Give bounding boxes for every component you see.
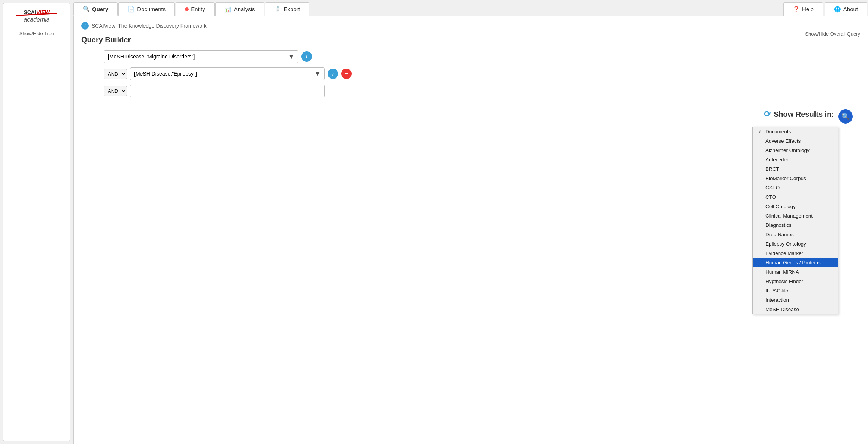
query-builder-title: Query Builder bbox=[81, 36, 860, 44]
dropdown-item-adverse-effects[interactable]: Adverse Effects bbox=[753, 136, 838, 146]
tab-help[interactable]: ❓ Help bbox=[783, 2, 823, 16]
dropdown-item-interaction[interactable]: Interaction bbox=[753, 295, 838, 305]
dropdown-item-human-genes-label: Human Genes / Proteins bbox=[765, 260, 821, 265]
search-button[interactable]: 🔍 bbox=[838, 109, 853, 124]
dropdown-item-cseo[interactable]: CSEO bbox=[753, 183, 838, 192]
tab-documents-label: Documents bbox=[137, 6, 166, 12]
query-input-container-2: ▼ bbox=[130, 67, 325, 80]
query-row-2: AND OR NOT ▼ i − bbox=[104, 67, 860, 80]
dropdown-item-adverse-label: Adverse Effects bbox=[765, 138, 801, 144]
dropdown-item-antecedent-label: Antecedent bbox=[765, 157, 791, 162]
results-area: ⟳ Show Results in: ✓ Documents Adverse E… bbox=[81, 109, 860, 124]
dropdown-item-brct[interactable]: BRCT bbox=[753, 164, 838, 174]
dropdown-item-diagnostics-label: Diagnostics bbox=[765, 222, 792, 228]
dropdown-item-human-genes[interactable]: Human Genes / Proteins bbox=[753, 258, 838, 267]
dropdown-item-evidence-marker[interactable]: Evidence Marker bbox=[753, 249, 838, 258]
logo-area: SCAIVIEW academia bbox=[6, 9, 67, 23]
query-remove-btn-2[interactable]: − bbox=[341, 69, 352, 79]
dropdown-item-antecedent[interactable]: Antecedent bbox=[753, 155, 838, 164]
dropdown-item-alzheimer-label: Alzheimer Ontology bbox=[765, 148, 810, 153]
check-mark-documents: ✓ bbox=[758, 129, 763, 134]
and-select-2[interactable]: AND OR NOT bbox=[104, 69, 127, 79]
and-label-3: AND OR NOT bbox=[104, 86, 127, 96]
dropdown-item-biomarker[interactable]: BioMarker Corpus bbox=[753, 174, 838, 183]
query-input-2[interactable] bbox=[130, 67, 325, 80]
query-input-container-1: ▼ bbox=[104, 50, 298, 63]
tab-help-label: Help bbox=[802, 6, 814, 12]
info-icon: i bbox=[81, 22, 89, 30]
dropdown-item-cto[interactable]: CTO bbox=[753, 192, 838, 202]
show-overall-query-button[interactable]: Show/Hide Overall Query bbox=[805, 31, 860, 37]
show-hide-tree-button[interactable]: Show/Hide Tree bbox=[19, 31, 54, 36]
query-input-container-3 bbox=[130, 85, 325, 97]
query-info-btn-2[interactable]: i bbox=[328, 69, 338, 79]
dropdown-item-diagnostics[interactable]: Diagnostics bbox=[753, 221, 838, 230]
export-icon: 📋 bbox=[274, 6, 282, 13]
tab-query-label: Query bbox=[92, 6, 108, 12]
tab-entity[interactable]: Entity bbox=[176, 2, 215, 16]
dropdown-item-drug-names[interactable]: Drug Names bbox=[753, 230, 838, 239]
dropdown-item-human-mirna[interactable]: Human MiRNA bbox=[753, 267, 838, 277]
analysis-icon: 📊 bbox=[225, 6, 232, 13]
dropdown-item-mesh-disease-label: MeSH Disease bbox=[765, 307, 799, 312]
dropdown-item-cseo-label: CSEO bbox=[765, 185, 780, 191]
tab-about[interactable]: 🌐 About bbox=[825, 2, 867, 16]
tab-documents[interactable]: 📄 Documents bbox=[118, 2, 175, 16]
dropdown-item-evidence-marker-label: Evidence Marker bbox=[765, 250, 803, 256]
tab-analysis-label: Analysis bbox=[234, 6, 255, 12]
query-row-3: AND OR NOT bbox=[104, 85, 860, 97]
show-results-label: ⟳ Show Results in: bbox=[764, 109, 834, 119]
and-label-2: AND OR NOT bbox=[104, 69, 127, 79]
show-results-text: Show Results in: bbox=[774, 110, 834, 119]
navbar-right: ❓ Help 🌐 About bbox=[783, 2, 868, 16]
query-rows: ▼ i − AND OR NOT bbox=[104, 50, 860, 97]
dropdown-item-interaction-label: Interaction bbox=[765, 297, 789, 303]
query-input-3[interactable] bbox=[130, 85, 325, 97]
tab-export-label: Export bbox=[284, 6, 300, 12]
dropdown-item-cto-label: CTO bbox=[765, 194, 776, 200]
documents-icon: 📄 bbox=[128, 6, 135, 13]
dropdown-item-hypthesis[interactable]: Hypthesis Finder bbox=[753, 277, 838, 286]
content-area: i SCAIView: The Knowledge Discovery Fram… bbox=[73, 16, 868, 444]
search-icon: 🔍 bbox=[841, 112, 850, 121]
tab-entity-label: Entity bbox=[191, 6, 205, 12]
dropdown-item-mesh-disease[interactable]: MeSH Disease bbox=[753, 305, 838, 314]
query-info-btn-1[interactable]: i bbox=[301, 51, 312, 62]
dropdown-item-drug-names-label: Drug Names bbox=[765, 232, 794, 237]
tab-export[interactable]: 📋 Export bbox=[265, 2, 309, 16]
and-select-3[interactable]: AND OR NOT bbox=[104, 86, 127, 96]
help-icon: ❓ bbox=[793, 6, 800, 13]
dropdown-item-cell-ontology-label: Cell Ontology bbox=[765, 204, 796, 209]
main-content: 🔍 Query 📄 Documents Entity 📊 Analysis 📋 … bbox=[73, 0, 868, 444]
results-dropdown-menu: ✓ Documents Adverse Effects Alzheimer On… bbox=[752, 127, 838, 314]
tab-query[interactable]: 🔍 Query bbox=[73, 2, 118, 16]
about-icon: 🌐 bbox=[834, 6, 841, 13]
query-row-1: ▼ i − bbox=[104, 50, 860, 63]
dropdown-item-iupac-label: IUPAC-like bbox=[765, 288, 790, 294]
dropdown-item-brct-label: BRCT bbox=[765, 166, 779, 172]
refresh-icon: ⟳ bbox=[764, 109, 771, 119]
info-bar: i SCAIView: The Knowledge Discovery Fram… bbox=[81, 22, 860, 30]
info-text: SCAIView: The Knowledge Discovery Framew… bbox=[92, 23, 207, 29]
dropdown-item-documents[interactable]: ✓ Documents bbox=[753, 127, 838, 136]
dropdown-item-clinical[interactable]: Clinical Management bbox=[753, 211, 838, 221]
dropdown-item-hypthesis-label: Hypthesis Finder bbox=[765, 279, 803, 284]
entity-dot-icon bbox=[185, 7, 189, 11]
dropdown-item-alzheimer[interactable]: Alzheimer Ontology bbox=[753, 146, 838, 155]
dropdown-item-epilepsy-ontology-label: Epilepsy Ontology bbox=[765, 241, 806, 247]
dropdown-item-documents-label: Documents bbox=[765, 129, 791, 134]
query-input-1[interactable] bbox=[104, 50, 298, 63]
dropdown-item-epilepsy-ontology[interactable]: Epilepsy Ontology bbox=[753, 239, 838, 249]
navbar: 🔍 Query 📄 Documents Entity 📊 Analysis 📋 … bbox=[73, 0, 868, 16]
tab-analysis[interactable]: 📊 Analysis bbox=[215, 2, 264, 16]
dropdown-item-cell-ontology[interactable]: Cell Ontology bbox=[753, 202, 838, 211]
tab-about-label: About bbox=[843, 6, 858, 12]
dropdown-item-iupac[interactable]: IUPAC-like bbox=[753, 286, 838, 295]
query-icon: 🔍 bbox=[83, 6, 90, 12]
dropdown-item-clinical-label: Clinical Management bbox=[765, 213, 813, 219]
sidebar: SCAIVIEW academia Show/Hide Tree bbox=[3, 3, 70, 441]
logo-academia: academia bbox=[24, 16, 49, 23]
dropdown-item-biomarker-label: BioMarker Corpus bbox=[765, 176, 806, 181]
dropdown-item-human-mirna-label: Human MiRNA bbox=[765, 269, 799, 275]
